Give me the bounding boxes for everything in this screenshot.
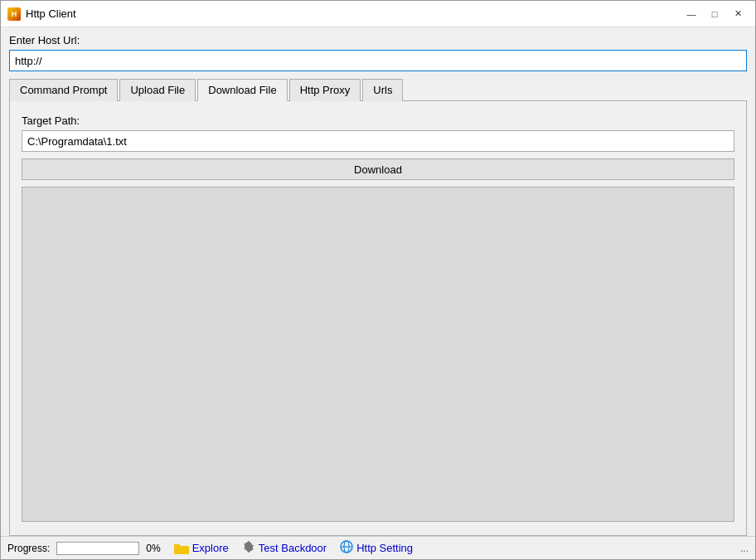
host-url-input[interactable] (9, 50, 747, 71)
content-area: Enter Host Url: Command Prompt Upload Fi… (1, 27, 755, 536)
title-bar-controls: — □ ✕ (681, 6, 749, 22)
status-bar: Progress: 0% Explore (1, 536, 755, 559)
window-title: Http Client (26, 7, 76, 20)
target-path-input[interactable] (22, 130, 734, 152)
progress-percent: 0% (146, 543, 160, 554)
status-links: Explore Test Backdoor (174, 540, 413, 556)
title-bar-left: H Http Client (7, 7, 76, 21)
tabs-container: Command Prompt Upload File Download File… (9, 78, 747, 101)
tab-http-proxy[interactable]: Http Proxy (289, 79, 361, 101)
gear-icon (242, 540, 255, 556)
tab-download-file[interactable]: Download File (197, 79, 287, 101)
svg-rect-1 (174, 544, 180, 548)
explore-link[interactable]: Explore (174, 542, 229, 554)
tab-urls[interactable]: Urls (362, 79, 403, 101)
host-url-label: Enter Host Url: (9, 34, 747, 46)
app-icon-graphic: H (7, 7, 21, 21)
output-area (22, 187, 734, 522)
test-backdoor-link[interactable]: Test Backdoor (242, 540, 327, 556)
tab-command-prompt[interactable]: Command Prompt (9, 79, 118, 101)
tab-upload-file[interactable]: Upload File (119, 79, 196, 101)
http-setting-link[interactable]: Http Setting (340, 540, 413, 556)
maximize-button[interactable]: □ (704, 6, 725, 22)
app-icon: H (7, 7, 21, 21)
folder-icon (174, 543, 189, 554)
minimize-button[interactable]: — (681, 6, 702, 22)
progress-bar-container (56, 542, 139, 555)
download-file-panel: Target Path: Download (9, 101, 747, 536)
close-button[interactable]: ✕ (727, 6, 749, 22)
target-path-label: Target Path: (22, 114, 734, 127)
progress-label: Progress: (7, 543, 50, 554)
download-button[interactable]: Download (22, 158, 734, 180)
title-bar: H Http Client — □ ✕ (1, 1, 755, 27)
status-dots: ... (740, 543, 749, 554)
globe-icon (340, 540, 353, 556)
main-window: H Http Client — □ ✕ Enter Host Url: Comm… (0, 0, 756, 560)
